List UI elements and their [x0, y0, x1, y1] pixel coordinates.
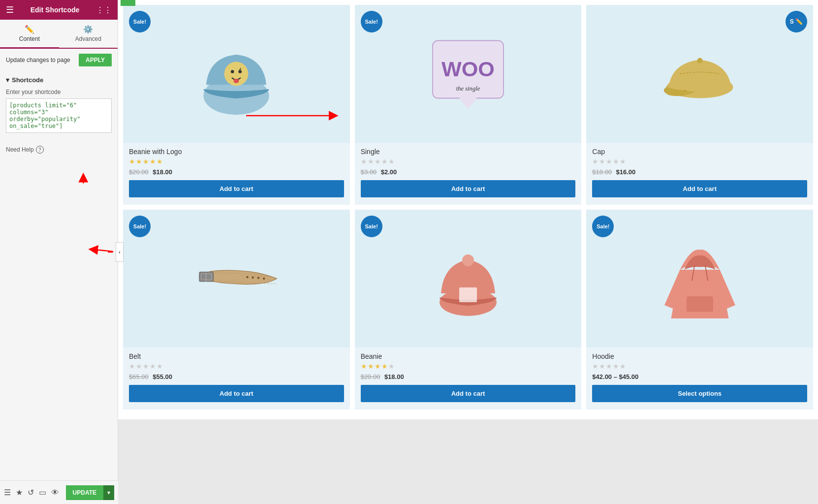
price-new: $18.00	[384, 373, 404, 380]
update-btn-group: UPDATE ▾	[66, 485, 114, 500]
sale-badge: Sale!	[361, 216, 382, 237]
chevron-down-icon: ▾	[6, 76, 9, 84]
sidebar-title: Edit Shortcode	[31, 6, 80, 14]
svg-point-17	[247, 276, 249, 279]
product-image-hoodie: Sale!	[586, 210, 813, 347]
history-icon[interactable]: ↺	[28, 488, 34, 497]
shortcode-textarea[interactable]: [products limit="6" columns="3" orderby=…	[6, 98, 112, 133]
shortcode-section: ▾ Shortcode Enter your shortcode [produc…	[0, 71, 118, 140]
svg-marker-9	[459, 97, 477, 109]
content-icon: ✏️	[25, 25, 34, 34]
svg-point-20	[263, 278, 265, 280]
product-name: Beanie with Logo	[129, 148, 344, 156]
star-5: ★	[388, 362, 395, 370]
price-new: $16.00	[616, 168, 636, 176]
grid-icon[interactable]: ⋮⋮	[96, 5, 112, 15]
price-row: $65.00 $55.00	[129, 372, 344, 381]
star-rating: ★ ★ ★ ★ ★	[361, 362, 576, 370]
tab-advanced[interactable]: ⚙️ Advanced	[59, 20, 118, 48]
help-icon[interactable]: ?	[36, 146, 44, 154]
star-4: ★	[613, 158, 619, 165]
product-info: Beanie ★ ★ ★ ★ ★ $20.00 $18.00	[355, 347, 582, 381]
svg-point-23	[462, 254, 474, 266]
update-button[interactable]: UPDATE	[66, 485, 103, 500]
star-4: ★	[613, 362, 619, 370]
products-grid-wrapper: Sale!	[118, 0, 818, 419]
star-1: ★	[592, 158, 598, 165]
product-info: Beanie with Logo ★ ★ ★ ★ ★ $20.00 $18.00	[123, 143, 350, 176]
product-name: Cap	[592, 148, 807, 156]
star-3: ★	[143, 158, 149, 165]
star-2: ★	[599, 158, 605, 165]
update-arrow-button[interactable]: ▾	[103, 485, 114, 500]
product-name: Beanie	[361, 352, 576, 360]
sidebar: ☰ Edit Shortcode ⋮⋮ ✏️ Content ⚙️ Advanc…	[0, 0, 118, 504]
svg-rect-24	[687, 296, 713, 312]
star-2: ★	[136, 362, 142, 370]
products-grid: Sale!	[123, 5, 813, 410]
svg-rect-22	[459, 287, 477, 302]
avatar-badge: S ✏️	[786, 11, 807, 32]
star-1: ★	[361, 362, 367, 370]
star-rating: ★ ★ ★ ★ ★	[129, 158, 344, 165]
eye-icon[interactable]: 👁	[51, 488, 59, 497]
product-card: Sale!	[586, 210, 813, 410]
star-2: ★	[368, 158, 374, 165]
star-2: ★	[599, 362, 605, 370]
need-help-label: Need Help	[6, 146, 34, 153]
bottom-toolbar: ☰ ★ ↺ ▭ 👁 UPDATE ▾	[0, 480, 118, 504]
collapse-icon: ‹	[119, 250, 120, 255]
tab-content[interactable]: ✏️ Content	[0, 20, 59, 49]
add-to-cart-button[interactable]: Add to cart	[129, 180, 344, 197]
star-icon[interactable]: ★	[16, 488, 23, 497]
price-old: $20.00	[361, 373, 380, 380]
bottom-icons: ☰ ★ ↺ ▭ 👁	[4, 488, 59, 497]
product-info: Belt ★ ★ ★ ★ ★ $65.00 $55.00	[123, 347, 350, 381]
collapse-button[interactable]: ‹	[116, 242, 124, 262]
preview-icon[interactable]: ▭	[39, 488, 46, 497]
add-to-cart-button[interactable]: Add to cart	[129, 385, 344, 402]
product-info: Hoodie ★ ★ ★ ★ ★ $42.00 – $45.00	[586, 347, 813, 381]
sale-badge: Sale!	[592, 216, 614, 237]
svg-text:WOO: WOO	[441, 57, 495, 81]
star-1: ★	[592, 362, 598, 370]
sale-badge: Sale!	[129, 216, 151, 237]
product-image-single: Sale! WOO the single	[355, 5, 582, 143]
star-3: ★	[606, 158, 612, 165]
star-1: ★	[129, 158, 135, 165]
shortcode-label: Enter your shortcode	[6, 89, 112, 95]
product-card: S ✏️ Cap	[586, 5, 813, 205]
need-help[interactable]: Need Help ?	[0, 140, 118, 159]
svg-point-18	[252, 277, 254, 279]
hamburger-icon[interactable]: ☰	[6, 4, 14, 15]
product-image-beanie: Sale!	[355, 210, 582, 347]
product-card: Sale! WOO the single Single	[355, 5, 582, 205]
price-old: $18.00	[592, 168, 612, 176]
star-rating: ★ ★ ★ ★ ★	[361, 158, 576, 165]
menu-icon[interactable]: ☰	[4, 488, 11, 497]
star-2: ★	[136, 158, 142, 165]
star-5: ★	[157, 158, 163, 165]
add-to-cart-button[interactable]: Add to cart	[361, 180, 576, 197]
star-3: ★	[375, 158, 381, 165]
price-row: $20.00 $18.00	[129, 167, 344, 176]
price-old: $3.00	[361, 168, 377, 176]
star-rating: ★ ★ ★ ★ ★	[592, 362, 807, 370]
advanced-icon: ⚙️	[83, 25, 93, 34]
belt-image	[192, 229, 281, 328]
green-indicator	[121, 0, 135, 6]
price-row: $42.00 – $45.00	[592, 372, 807, 381]
add-to-cart-button[interactable]: Add to cart	[361, 385, 576, 402]
apply-button[interactable]: APPLY	[79, 54, 112, 66]
price-old: $20.00	[129, 168, 149, 176]
svg-point-6	[234, 79, 239, 83]
price-row: $20.00 $18.00	[361, 372, 576, 381]
star-3: ★	[606, 362, 612, 370]
star-2: ★	[368, 362, 374, 370]
svg-point-19	[257, 277, 260, 279]
star-4: ★	[150, 158, 156, 165]
main-content: Sale!	[118, 0, 818, 504]
add-to-cart-button[interactable]: Add to cart	[592, 180, 807, 197]
product-card: Sale!	[123, 5, 350, 205]
select-options-button[interactable]: Select options	[592, 385, 807, 402]
